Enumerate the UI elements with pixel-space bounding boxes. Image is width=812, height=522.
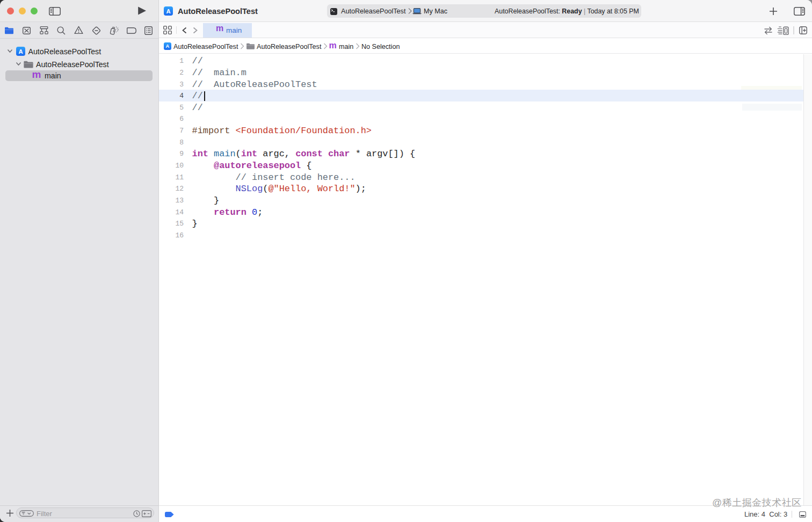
svg-text:A: A — [166, 8, 170, 14]
svg-text:A: A — [18, 48, 23, 54]
svg-text:A: A — [166, 43, 170, 49]
